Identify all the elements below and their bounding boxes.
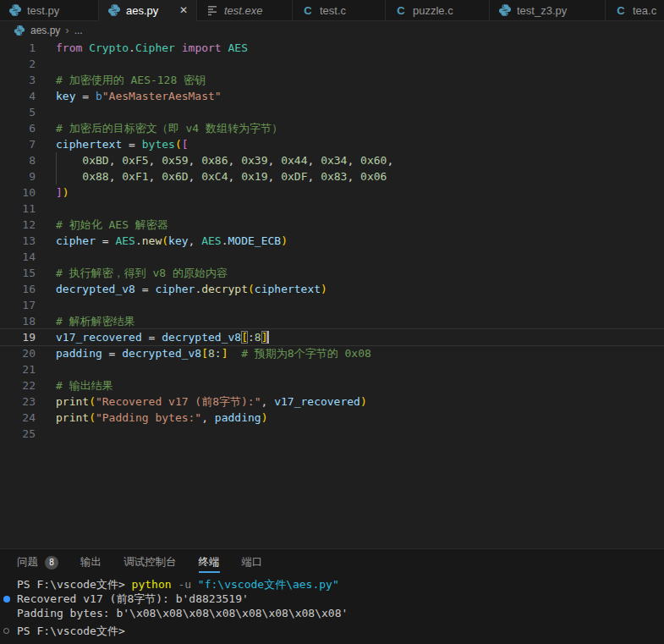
- panel-tab-debug-console[interactable]: 调试控制台: [123, 549, 177, 575]
- python-icon: [107, 3, 121, 17]
- token-b1: ): [63, 186, 69, 199]
- code-line-17[interactable]: 17: [0, 297, 664, 313]
- line-number[interactable]: 22: [0, 377, 36, 394]
- token-def: =: [96, 234, 115, 247]
- line-number[interactable]: 6: [0, 120, 36, 136]
- token-var: ciphertext: [255, 283, 321, 295]
- code-line-1[interactable]: 1from Crypto.Cipher import AES: [0, 40, 664, 56]
- breadcrumb[interactable]: aes.py › ...: [0, 21, 664, 39]
- line-number[interactable]: 10: [0, 184, 36, 201]
- line-number[interactable]: 5: [0, 104, 36, 120]
- breadcrumb-file[interactable]: aes.py: [30, 25, 60, 36]
- code-line-22[interactable]: 22# 输出结果: [0, 377, 664, 394]
- line-number[interactable]: 9: [0, 168, 36, 184]
- token-num: 8: [255, 331, 261, 344]
- panel-tab-terminal[interactable]: 终端: [199, 549, 220, 575]
- code-line-2[interactable]: 2: [0, 56, 664, 72]
- tab-test-exe[interactable]: test.exe: [197, 0, 293, 21]
- line-number[interactable]: 15: [0, 265, 36, 281]
- line-number[interactable]: 16: [0, 281, 36, 297]
- breadcrumb-more[interactable]: ...: [74, 25, 83, 36]
- line-number[interactable]: 20: [0, 345, 36, 361]
- token-def: =: [142, 331, 162, 344]
- code-line-25[interactable]: 25: [0, 426, 664, 442]
- panel-tab-output[interactable]: 输出: [80, 549, 102, 575]
- code-line-4[interactable]: 4key = b"AesMasterAesMast": [0, 88, 664, 104]
- token-b2: ]: [56, 186, 63, 199]
- line-number[interactable]: 13: [0, 233, 36, 249]
- panel-tab-ports[interactable]: 端口: [242, 549, 263, 575]
- code-line-7[interactable]: 7ciphertext = bytes([: [0, 136, 664, 152]
- line-number[interactable]: 8: [0, 152, 36, 168]
- terminal-text: Padding bytes: b'\x08\x08\x08\x08\x08\x0…: [17, 607, 348, 619]
- code-line-9[interactable]: 9 0x88, 0xF1, 0x6D, 0xC4, 0x19, 0xDF, 0x…: [0, 168, 664, 184]
- close-icon[interactable]: ✕: [178, 4, 189, 16]
- code-line-8[interactable]: 8 0xBD, 0xF5, 0x59, 0x86, 0x39, 0x44, 0x…: [0, 152, 664, 168]
- code-text: # 初始化 AES 解密器: [56, 217, 168, 233]
- token-num: 0x86: [201, 154, 228, 167]
- line-number[interactable]: 3: [0, 72, 36, 88]
- token-b2: [: [182, 138, 189, 151]
- command-prompt-decoration-icon[interactable]: [3, 628, 9, 634]
- terminal-text: "f:\vscode文件\aes.py": [198, 578, 339, 591]
- line-number[interactable]: 1: [0, 40, 36, 56]
- code-text: # 解析解密结果: [56, 313, 135, 329]
- tab-test-py[interactable]: test.py: [0, 0, 99, 21]
- c-icon: C: [614, 3, 628, 17]
- code-line-10[interactable]: 10]): [0, 184, 664, 201]
- token-num: 0x34: [321, 154, 347, 167]
- line-number[interactable]: 2: [0, 56, 36, 72]
- line-number[interactable]: 4: [0, 88, 36, 104]
- code-editor[interactable]: 1from Crypto.Cipher import AES23# 加密使用的 …: [0, 39, 664, 548]
- line-number[interactable]: 14: [0, 249, 36, 265]
- token-bm: ]: [261, 331, 268, 344]
- line-number[interactable]: 12: [0, 217, 36, 233]
- token-num: 0x19: [241, 170, 267, 183]
- line-number[interactable]: 24: [0, 410, 36, 426]
- tab-label: test_z3.py: [517, 4, 581, 17]
- code-line-15[interactable]: 15# 执行解密，得到 v8 的原始内容: [0, 265, 664, 281]
- token-def: :: [215, 347, 222, 360]
- code-line-21[interactable]: 21: [0, 361, 664, 377]
- line-number[interactable]: 25: [0, 426, 36, 442]
- code-line-11[interactable]: 11: [0, 201, 664, 217]
- code-text: ciphertext = bytes([: [56, 136, 189, 152]
- token-var: MODE_ECB: [228, 234, 282, 247]
- line-number[interactable]: 7: [0, 136, 36, 152]
- panel-tab-problems[interactable]: 问题8: [17, 549, 58, 575]
- code-line-14[interactable]: 14: [0, 249, 664, 265]
- line-number[interactable]: 21: [0, 361, 36, 377]
- code-line-18[interactable]: 18# 解析解密结果: [0, 313, 664, 329]
- line-number[interactable]: 19: [0, 329, 36, 345]
- token-b1: (: [89, 395, 96, 408]
- code-line-13[interactable]: 13cipher = AES.new(key, AES.MODE_ECB): [0, 233, 664, 249]
- code-line-6[interactable]: 6# 加密后的目标密文（即 v4 数组转为字节）: [0, 120, 664, 136]
- tab-tea-c[interactable]: Ctea.c: [606, 0, 664, 21]
- line-number[interactable]: 17: [0, 297, 36, 313]
- code-line-3[interactable]: 3# 加密使用的 AES-128 密钥: [0, 72, 664, 88]
- command-success-decoration-icon[interactable]: [3, 596, 10, 603]
- code-line-12[interactable]: 12# 初始化 AES 解密器: [0, 217, 664, 233]
- code-line-24[interactable]: 24print("Padding bytes:", padding): [0, 410, 664, 426]
- terminal-output[interactable]: PS F:\vscode文件> python -u "f:\vscode文件\a…: [0, 575, 664, 638]
- line-number[interactable]: 23: [0, 394, 36, 410]
- terminal-row-3: Padding bytes: b'\x08\x08\x08\x08\x08\x0…: [0, 606, 664, 620]
- line-number[interactable]: 18: [0, 313, 36, 329]
- token-com: # 预期为8个字节的 0x08: [241, 347, 371, 360]
- code-line-5[interactable]: 5: [0, 104, 664, 120]
- tab-test-c[interactable]: Ctest.c: [293, 0, 386, 21]
- line-number[interactable]: 11: [0, 201, 36, 217]
- token-def: [222, 41, 228, 54]
- token-num: 0xBD: [82, 154, 108, 167]
- token-cls: Cipher: [135, 41, 175, 54]
- code-line-16[interactable]: 16decrypted_v8 = cipher.decrypt(cipherte…: [0, 281, 664, 297]
- code-line-23[interactable]: 23print("Recovered v17 (前8字节):", v17_rec…: [0, 394, 664, 410]
- code-line-19[interactable]: 19v17_recovered = decrypted_v8[:8]: [0, 329, 664, 345]
- token-fn: print: [56, 411, 89, 424]
- token-str: "Recovered v17 (前8字节):": [96, 395, 261, 408]
- token-com: # 加密使用的 AES-128 密钥: [56, 74, 206, 86]
- tab-puzzle-c[interactable]: Cpuzzle.c: [386, 0, 490, 21]
- tab-test_z3-py[interactable]: test_z3.py: [490, 0, 606, 21]
- code-line-20[interactable]: 20padding = decrypted_v8[8:] # 预期为8个字节的 …: [0, 345, 664, 361]
- tab-aes-py[interactable]: aes.py✕: [99, 0, 197, 21]
